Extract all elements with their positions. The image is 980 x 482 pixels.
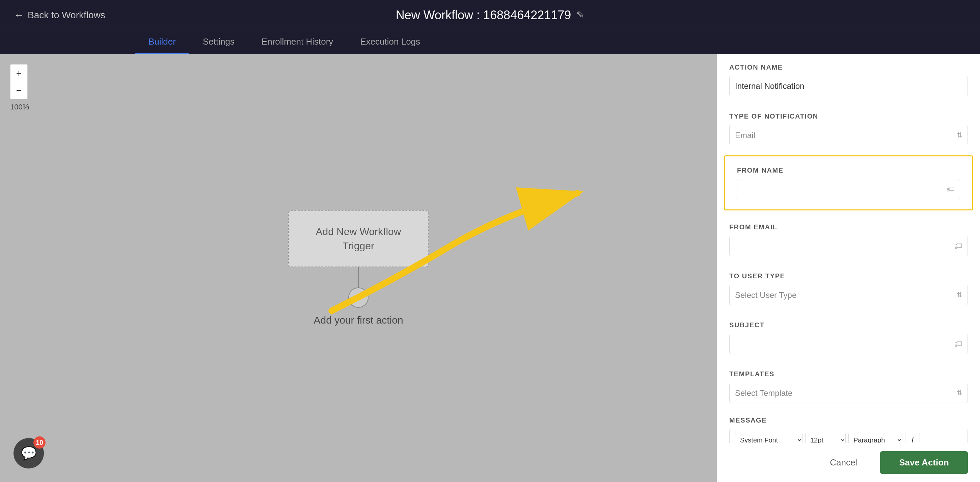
from-email-input-wrapper: 🏷 — [729, 236, 968, 256]
action-name-section: ACTION NAME — [717, 54, 980, 103]
top-header: ← Back to Workflows New Workflow : 16884… — [0, 0, 980, 30]
from-name-label: FROM NAME — [737, 166, 960, 174]
tab-builder[interactable]: Builder — [135, 37, 189, 54]
tabs-bar: Builder Settings Enrollment History Exec… — [0, 30, 980, 54]
back-arrow-icon: ← — [13, 9, 24, 21]
from-email-input[interactable] — [729, 236, 968, 256]
edit-title-icon[interactable]: ✎ — [576, 10, 584, 21]
tab-enrollment-history[interactable]: Enrollment History — [248, 37, 347, 54]
from-email-tag-icon: 🏷 — [955, 241, 963, 251]
workflow-title: New Workflow : 1688464221179 ✎ — [396, 8, 584, 22]
add-first-action-label: Add your first action — [313, 314, 403, 326]
back-label: Back to Workflows — [28, 10, 105, 21]
tag-icon: 🏷 — [947, 184, 955, 194]
action-name-label: ACTION NAME — [729, 64, 968, 71]
subject-label: SUBJECT — [729, 321, 968, 329]
workflow-nodes: Add New WorkflowTrigger + Add your first… — [288, 211, 429, 326]
notification-type-select[interactable]: Email SMS — [729, 125, 968, 145]
chat-widget[interactable]: 💬 10 — [13, 438, 44, 469]
workflow-canvas: + − 100% Add New WorkflowTrigger + Add y… — [0, 54, 717, 482]
plus-icon: + — [355, 291, 362, 304]
message-section: MESSAGE System Font 12pt 14pt 16pt Parag… — [717, 410, 980, 443]
right-panel: ACTION NAME TYPE OF NOTIFICATION Email S… — [717, 54, 980, 482]
connector-line — [358, 267, 359, 287]
from-name-input[interactable] — [737, 179, 960, 199]
tab-settings[interactable]: Settings — [189, 37, 248, 54]
panel-content: ACTION NAME TYPE OF NOTIFICATION Email S… — [717, 54, 980, 443]
tab-execution-logs[interactable]: Execution Logs — [347, 37, 434, 54]
zoom-out-button[interactable]: − — [10, 82, 28, 99]
notification-type-section: TYPE OF NOTIFICATION Email SMS — [717, 103, 980, 152]
subject-input-wrapper: 🏷 — [729, 334, 968, 354]
from-name-section: FROM NAME 🏷 — [724, 155, 973, 211]
font-size-select[interactable]: 12pt 14pt 16pt — [805, 433, 846, 443]
notification-type-wrapper: Email SMS — [729, 125, 968, 145]
chat-badge: 10 — [33, 436, 46, 448]
templates-wrapper: Select Template — [729, 383, 968, 403]
cancel-button[interactable]: Cancel — [814, 451, 873, 474]
chat-icon: 💬 — [21, 446, 37, 461]
to-user-type-section: TO USER TYPE Select User Type Contact Us… — [717, 263, 980, 312]
main-layout: + − 100% Add New WorkflowTrigger + Add y… — [0, 54, 980, 482]
to-user-type-label: TO USER TYPE — [729, 272, 968, 280]
canvas-controls: + − 100% — [10, 64, 29, 112]
add-action-button[interactable]: + — [348, 287, 369, 308]
templates-label: TEMPLATES — [729, 370, 968, 378]
to-user-type-select[interactable]: Select User Type Contact User — [729, 285, 968, 305]
message-label: MESSAGE — [729, 417, 968, 424]
subject-section: SUBJECT 🏷 — [717, 312, 980, 361]
from-email-section: FROM EMAIL 🏷 — [717, 214, 980, 263]
subject-input[interactable] — [729, 334, 968, 354]
trigger-node[interactable]: Add New WorkflowTrigger — [288, 211, 429, 267]
panel-footer: Cancel Save Action — [717, 443, 980, 482]
editor-toolbar-top: System Font 12pt 14pt 16pt Paragraph Hea… — [729, 429, 968, 443]
zoom-in-button[interactable]: + — [10, 64, 28, 82]
font-family-select[interactable]: System Font — [735, 433, 802, 443]
action-name-input[interactable] — [729, 76, 968, 96]
subject-tag-icon: 🏷 — [955, 339, 963, 349]
notification-type-label: TYPE OF NOTIFICATION — [729, 112, 968, 120]
save-action-button[interactable]: Save Action — [880, 451, 968, 474]
from-name-input-wrapper: 🏷 — [737, 179, 960, 199]
from-email-label: FROM EMAIL — [729, 223, 968, 231]
templates-select[interactable]: Select Template — [729, 383, 968, 403]
templates-section: TEMPLATES Select Template — [717, 361, 980, 410]
zoom-level: 100% — [10, 103, 29, 112]
italic-button[interactable]: I — [905, 433, 920, 443]
back-to-workflows-button[interactable]: ← Back to Workflows — [13, 9, 105, 21]
paragraph-style-select[interactable]: Paragraph Heading 1 — [848, 433, 902, 443]
trigger-node-text: Add New WorkflowTrigger — [316, 226, 401, 251]
to-user-type-wrapper: Select User Type Contact User — [729, 285, 968, 305]
